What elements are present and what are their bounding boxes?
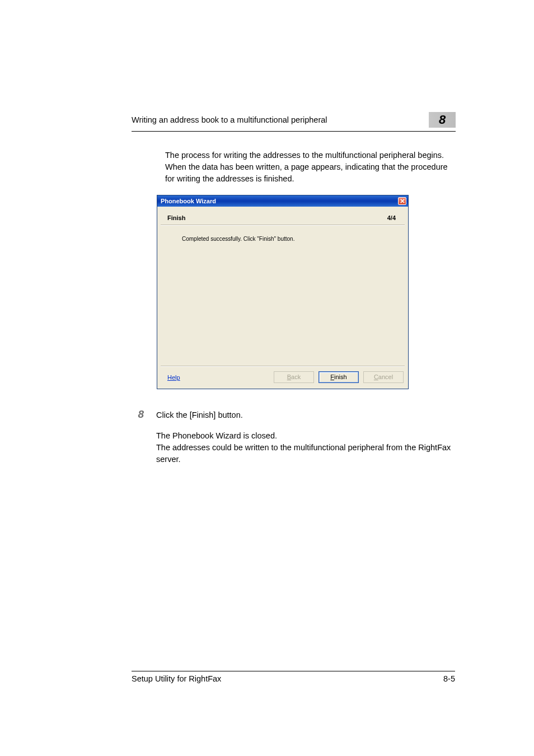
close-icon (400, 199, 405, 203)
header-rule (132, 131, 456, 132)
document-page: Writing an address book to a multifuncti… (0, 0, 534, 756)
step-8: 8 Click the [Finish] button. (132, 409, 456, 421)
dialog-message: Completed successfully. Click "Finish" b… (182, 236, 294, 242)
chapter-number-badge: 8 (429, 112, 456, 128)
header-title: Writing an address book to a multifuncti… (132, 115, 327, 124)
help-link-rest: elp (172, 374, 180, 381)
footer-row: Setup Utility for RightFax 8-5 (132, 674, 455, 683)
back-button: Back (274, 371, 314, 383)
dialog-title: Phonebook Wizard (161, 198, 216, 204)
dialog-page-title: Finish (167, 214, 185, 221)
dialog-header-row: Finish 4/4 (157, 207, 408, 225)
close-button[interactable] (398, 197, 406, 205)
cancel-button: Cancel (363, 371, 404, 383)
dialog-body: Completed successfully. Click "Finish" b… (157, 226, 408, 366)
page-footer: Setup Utility for RightFax 8-5 (132, 671, 455, 683)
footer-page-number: 8-5 (443, 674, 455, 683)
step-instruction: Click the [Finish] button. (156, 409, 243, 421)
intro-paragraph: The process for writing the addresses to… (165, 150, 456, 185)
phonebook-wizard-dialog: Phonebook Wizard Finish 4/4 Completed su… (157, 195, 409, 389)
dialog-step-indicator: 4/4 (387, 214, 396, 221)
help-link[interactable]: Help (167, 374, 180, 381)
dialog-button-row: Back Finish Cancel (274, 371, 404, 383)
dialog-titlebar: Phonebook Wizard (157, 195, 408, 207)
step-number: 8 (132, 409, 144, 419)
footer-product: Setup Utility for RightFax (132, 674, 221, 683)
step-followup: The Phonebook Wizard is closed. The addr… (156, 430, 456, 465)
finish-button[interactable]: Finish (318, 371, 359, 383)
page-header: Writing an address book to a multifuncti… (132, 112, 456, 128)
footer-rule (132, 671, 455, 671)
dialog-footer: Help Back Finish Cancel (157, 367, 408, 389)
